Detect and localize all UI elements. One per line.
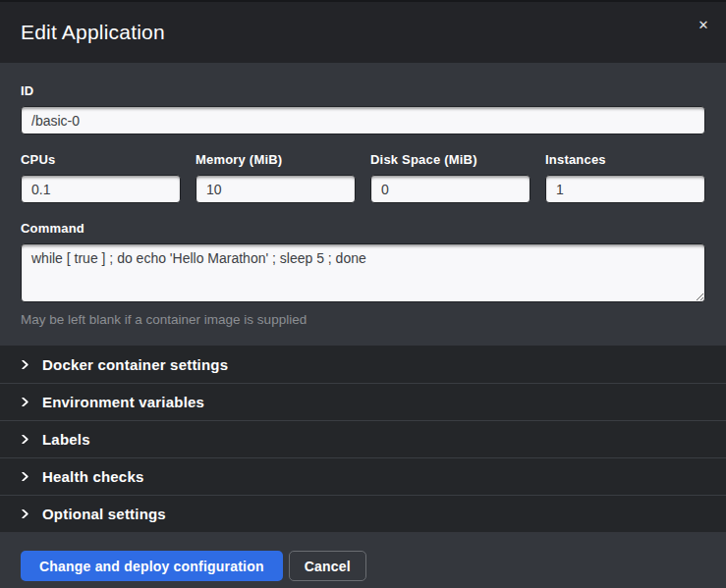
command-helper-text: May be left blank if a container image i… bbox=[21, 312, 705, 328]
id-input[interactable] bbox=[21, 106, 705, 134]
memory-input[interactable] bbox=[195, 175, 356, 203]
section-health-checks[interactable]: Health checks bbox=[0, 457, 726, 495]
collapsible-sections: Docker container settings Environment va… bbox=[0, 346, 726, 532]
section-label: Environment variables bbox=[42, 394, 204, 410]
memory-field-group: Memory (MiB) bbox=[195, 152, 356, 203]
modal-title: Edit Application bbox=[21, 21, 165, 44]
chevron-right-icon bbox=[21, 360, 29, 369]
chevron-right-icon bbox=[21, 435, 29, 444]
command-field-group: Command while [ true ] ; do echo 'Hello … bbox=[21, 221, 705, 328]
resources-row: CPUs Memory (MiB) Disk Space (MiB) Insta… bbox=[21, 152, 705, 203]
section-optional-settings[interactable]: Optional settings bbox=[0, 495, 726, 532]
chevron-right-icon bbox=[21, 472, 29, 481]
disk-label: Disk Space (MiB) bbox=[370, 152, 531, 168]
instances-input[interactable] bbox=[545, 175, 705, 203]
id-label: ID bbox=[21, 83, 705, 99]
chevron-right-icon bbox=[21, 398, 29, 406]
cancel-button[interactable]: Cancel bbox=[289, 551, 366, 581]
section-label: Optional settings bbox=[42, 506, 166, 522]
disk-input[interactable] bbox=[370, 175, 531, 203]
section-label: Labels bbox=[42, 431, 90, 448]
section-environment-variables[interactable]: Environment variables bbox=[0, 383, 726, 420]
section-label: Docker container settings bbox=[42, 356, 228, 373]
command-textarea[interactable]: while [ true ] ; do echo 'Hello Marathon… bbox=[21, 243, 705, 302]
edit-application-modal: Edit Application ✕ ID CPUs Memory (MiB) … bbox=[0, 0, 726, 588]
application-form: ID CPUs Memory (MiB) Disk Space (MiB) In… bbox=[0, 63, 726, 346]
cpus-field-group: CPUs bbox=[21, 152, 181, 203]
instances-field-group: Instances bbox=[545, 152, 705, 203]
disk-field-group: Disk Space (MiB) bbox=[370, 152, 531, 203]
modal-footer: Change and deploy configuration Cancel bbox=[0, 532, 726, 588]
modal-header: Edit Application ✕ bbox=[0, 2, 726, 63]
close-icon[interactable]: ✕ bbox=[694, 16, 713, 35]
memory-label: Memory (MiB) bbox=[195, 152, 356, 168]
id-field-group: ID bbox=[21, 83, 705, 134]
cpus-label: CPUs bbox=[21, 152, 181, 168]
cpus-input[interactable] bbox=[21, 175, 181, 203]
instances-label: Instances bbox=[545, 152, 705, 168]
chevron-right-icon bbox=[21, 509, 29, 518]
section-docker-container-settings[interactable]: Docker container settings bbox=[0, 346, 726, 383]
section-label: Health checks bbox=[42, 468, 143, 485]
section-labels[interactable]: Labels bbox=[0, 420, 726, 457]
command-label: Command bbox=[21, 221, 705, 237]
change-and-deploy-button[interactable]: Change and deploy configuration bbox=[21, 551, 283, 581]
